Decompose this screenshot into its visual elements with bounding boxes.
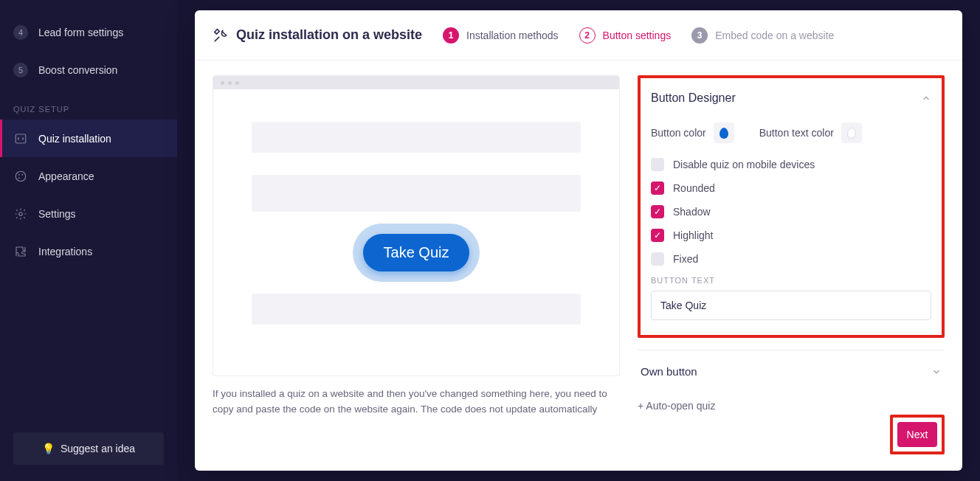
sidebar-group-label: Quiz setup (0, 89, 177, 120)
browser-preview: Take Quiz (213, 75, 620, 376)
sidebar-item-label: Integrations (38, 246, 92, 257)
step-2[interactable]: 2 Button settings (579, 27, 672, 44)
text-color-label: Button text color (759, 127, 834, 139)
placeholder-line (252, 175, 581, 212)
drop-icon (720, 128, 728, 139)
step-1[interactable]: 1 Installation methods (443, 27, 559, 44)
panel-title: Button Designer (651, 91, 736, 105)
sidebar-item-label: Appearance (38, 170, 94, 182)
sidebar-step-label: Boost conversion (38, 64, 117, 76)
svg-point-2 (18, 173, 20, 175)
next-button-highlight: Next (890, 415, 945, 454)
check-fixed[interactable]: Fixed (651, 252, 931, 266)
checkbox-label: Highlight (673, 229, 713, 241)
card: Quiz installation on a website 1 Install… (195, 10, 962, 471)
color-swatch (841, 122, 862, 143)
step-1-label: Installation methods (466, 30, 559, 41)
page-title: Quiz installation on a website (236, 27, 422, 43)
panel-header[interactable]: Button Designer (651, 91, 931, 105)
checkbox-on-icon: ✓ (651, 181, 664, 195)
suggest-idea-button[interactable]: 💡 Suggest an idea (13, 432, 164, 465)
lightbulb-icon: 💡 (42, 443, 55, 454)
checkbox-on-icon: ✓ (651, 229, 664, 242)
own-button-title: Own button (641, 365, 697, 378)
traffic-dot (235, 81, 239, 85)
step-2-number: 2 (579, 27, 596, 44)
sidebar-item-appearance[interactable]: Appearance (0, 157, 177, 195)
checkbox-on-icon: ✓ (651, 205, 664, 218)
placeholder-line (252, 294, 581, 325)
checkbox-label: Disable quiz on mobile devices (673, 159, 815, 170)
button-text-input[interactable] (651, 291, 931, 320)
drop-icon (847, 128, 856, 139)
svg-point-4 (18, 177, 20, 179)
svg-point-5 (19, 212, 23, 215)
sidebar-item-label: Quiz installation (38, 133, 111, 145)
take-quiz-button-preview[interactable]: Take Quiz (363, 234, 470, 271)
step-number-4: 4 (13, 25, 28, 40)
next-button[interactable]: Next (897, 422, 937, 447)
browser-bar (213, 76, 619, 89)
svg-point-3 (21, 173, 23, 175)
check-disable-mobile[interactable]: Disable quiz on mobile devices (651, 158, 931, 171)
button-color-picker[interactable]: Button color (651, 122, 734, 143)
install-note: If you installed a quiz on a website and… (213, 387, 620, 418)
code-icon (13, 131, 28, 146)
palette-icon (13, 169, 28, 184)
chevron-down-icon (931, 367, 942, 377)
placeholder-line (252, 122, 581, 153)
check-shadow[interactable]: ✓ Shadow (651, 205, 931, 218)
svg-point-1 (15, 171, 26, 181)
checkbox-off-icon (651, 252, 664, 266)
checkbox-label: Shadow (673, 206, 711, 218)
traffic-dot (221, 81, 224, 85)
settings-column: Button Designer Button color But (638, 75, 945, 459)
sidebar-item-integrations[interactable]: Integrations (0, 232, 177, 270)
traffic-dot (228, 81, 232, 85)
check-rounded[interactable]: ✓ Rounded (651, 181, 931, 195)
checkbox-label: Fixed (673, 253, 698, 265)
sidebar-step-lead-form[interactable]: 4 Lead form settings (0, 13, 177, 51)
preview-column: Take Quiz If you installed a quiz on a w… (213, 75, 620, 459)
main: Quiz installation on a website 1 Install… (177, 0, 980, 481)
step-1-number: 1 (443, 27, 459, 44)
puzzle-icon (13, 244, 28, 259)
color-swatch (714, 122, 734, 143)
svg-rect-0 (15, 134, 26, 143)
card-header: Quiz installation on a website 1 Install… (195, 10, 962, 60)
chevron-up-icon (921, 93, 931, 103)
step-2-label: Button settings (603, 30, 672, 41)
sidebar-item-settings[interactable]: Settings (0, 195, 177, 232)
text-color-picker[interactable]: Button text color (759, 122, 862, 143)
check-highlight[interactable]: ✓ Highlight (651, 229, 931, 242)
checkbox-off-icon (651, 158, 664, 171)
tools-icon (213, 27, 229, 44)
step-3[interactable]: 3 Embed code on a website (691, 27, 834, 44)
sidebar-step-boost[interactable]: 5 Boost conversion (0, 51, 177, 89)
checkbox-label: Rounded (673, 182, 715, 194)
sidebar: 4 Lead form settings 5 Boost conversion … (0, 0, 177, 481)
sidebar-step-label: Lead form settings (38, 27, 123, 38)
sidebar-item-label: Settings (38, 208, 76, 220)
own-button-panel[interactable]: Own button (638, 350, 945, 378)
step-3-number: 3 (691, 27, 708, 44)
step-number-5: 5 (13, 63, 28, 77)
button-text-field-label: Button text (651, 276, 931, 285)
button-designer-panel: Button Designer Button color But (638, 75, 945, 338)
suggest-idea-label: Suggest an idea (61, 443, 135, 454)
step-3-label: Embed code on a website (715, 30, 834, 41)
button-color-label: Button color (651, 127, 706, 139)
gear-icon (13, 207, 28, 221)
auto-open-quiz-link[interactable]: + Auto-open quiz (638, 400, 945, 412)
sidebar-item-install[interactable]: Quiz installation (0, 120, 177, 157)
